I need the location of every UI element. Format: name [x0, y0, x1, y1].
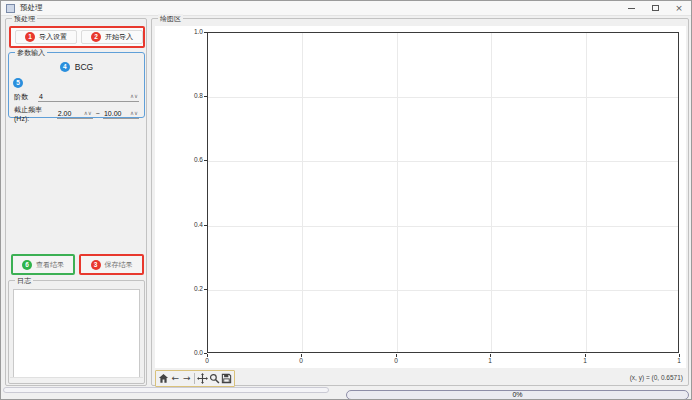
x-tick-label: 0: [386, 357, 406, 365]
save-results-button[interactable]: 3 保存结果: [79, 254, 144, 275]
order-value: 4: [39, 93, 130, 100]
step-badge-3: 3: [91, 260, 101, 270]
import-settings-button[interactable]: 1 导入设置: [15, 30, 77, 44]
signal-type-selector[interactable]: 4 BCG: [9, 62, 144, 72]
step-badge-5: 5: [13, 78, 23, 88]
params-group-label: 参数输入: [15, 48, 47, 57]
zoom-rect-icon[interactable]: [209, 372, 220, 385]
forward-icon[interactable]: →: [182, 372, 193, 385]
save-icon[interactable]: [221, 372, 232, 385]
y-tick-mark: [204, 225, 207, 226]
gridline: [302, 33, 303, 352]
import-settings-label: 导入设置: [39, 32, 67, 42]
log-group-label: 日志: [15, 276, 33, 285]
cutoff-high-spinbox[interactable]: 10.00 ∧∨: [103, 108, 139, 119]
y-tick-label: 0.8: [181, 92, 203, 100]
y-tick-label: 0.4: [181, 221, 203, 229]
log-horizontal-scrollbar[interactable]: [10, 377, 143, 382]
spinner-arrows-icon[interactable]: ∧∨: [130, 110, 138, 116]
gridline: [586, 33, 587, 352]
log-textarea[interactable]: [13, 289, 140, 378]
gridline: [208, 226, 678, 227]
step-badge-1: 1: [25, 32, 35, 42]
y-tick-mark: [204, 160, 207, 161]
title-bar: 预处理 ×: [1, 1, 691, 16]
step-badge-4: 4: [60, 62, 70, 72]
save-results-label: 保存结果: [105, 260, 133, 270]
x-tick-label: 1: [669, 357, 689, 365]
x-tick-label: 1: [480, 357, 500, 365]
signal-type-value: BCG: [75, 62, 93, 72]
log-group: 日志: [8, 280, 145, 384]
y-tick-label: 0.0: [181, 349, 203, 357]
back-icon[interactable]: ←: [170, 372, 181, 385]
minimize-icon: [628, 8, 635, 9]
start-import-label: 开始导入: [105, 32, 133, 42]
gridline: [397, 33, 398, 352]
y-tick-mark: [204, 289, 207, 290]
toolbar-separator: [194, 373, 195, 384]
home-icon[interactable]: [158, 372, 169, 385]
view-results-label: 查看结果: [36, 260, 64, 270]
step-badge-6: 6: [22, 260, 32, 270]
spinner-arrows-icon[interactable]: ∧∨: [130, 93, 138, 99]
y-tick-mark: [204, 32, 207, 33]
cutoff-separator: ~: [96, 110, 100, 117]
minimize-button[interactable]: [619, 1, 643, 16]
gridline: [491, 33, 492, 352]
preprocess-group: 预处理 1 导入设置 2 开始导入 参数输入 4 BCG 5 阶数 4: [5, 18, 147, 386]
plot-axes: [207, 32, 679, 353]
plot-group: 绘图区 1.0 0.8 0.6 0.4 0.2 0.0: [151, 18, 689, 386]
view-results-button[interactable]: 6 查看结果: [11, 254, 75, 275]
gridline: [208, 161, 678, 162]
maximize-button[interactable]: [643, 1, 667, 16]
progress-value: 0%: [512, 391, 522, 399]
app-icon: [6, 4, 15, 13]
pan-icon[interactable]: [197, 372, 208, 385]
progress-bar: 0%: [346, 390, 689, 400]
x-tick-label: 0: [197, 357, 217, 365]
order-row: 阶数 4 ∧∨: [14, 91, 139, 102]
x-tick-label: 1: [575, 357, 595, 365]
plot-toolbar: ← →: [155, 370, 235, 387]
y-tick-label: 1.0: [181, 28, 203, 36]
start-import-button[interactable]: 2 开始导入: [81, 30, 143, 44]
plot-canvas[interactable]: 1.0 0.8 0.6 0.4 0.2 0.0 0 0 0 1 1 1: [155, 26, 686, 368]
window-title: 预处理: [20, 3, 619, 13]
cutoff-high-value: 10.00: [104, 110, 130, 117]
close-button[interactable]: ×: [667, 1, 691, 16]
close-icon: ×: [675, 4, 683, 13]
order-label: 阶数: [14, 92, 28, 102]
cutoff-label: 截止频率(Hz):: [14, 105, 53, 122]
app-window: 预处理 × 预处理 1 导入设置 2 开始导入 参数输入 4 BCG 5: [0, 0, 692, 400]
import-highlight-frame: 1 导入设置 2 开始导入: [9, 26, 145, 48]
plot-group-label: 绘图区: [158, 14, 183, 23]
y-tick-mark: [204, 96, 207, 97]
params-group: 参数输入 4 BCG 5 阶数 4 ∧∨ 截止频率(Hz): 2.00 ∧∨: [8, 52, 145, 118]
x-tick-label: 0: [291, 357, 311, 365]
maximize-icon: [652, 5, 659, 11]
cutoff-low-spinbox[interactable]: 2.00 ∧∨: [57, 108, 93, 119]
gridline: [208, 97, 678, 98]
cutoff-low-value: 2.00: [58, 110, 84, 117]
gridline: [208, 290, 678, 291]
y-tick-label: 0.2: [181, 285, 203, 293]
y-tick-label: 0.6: [181, 156, 203, 164]
cutoff-row: 截止频率(Hz): 2.00 ∧∨ ~ 10.00 ∧∨: [14, 105, 139, 122]
step-badge-2: 2: [91, 32, 101, 42]
order-spinbox[interactable]: 4 ∧∨: [38, 91, 139, 102]
cursor-coordinates: (x, y) = (0, 0.6571): [630, 374, 683, 381]
preprocess-group-label: 预处理: [12, 14, 37, 23]
spinner-arrows-icon[interactable]: ∧∨: [84, 110, 92, 116]
status-frame: [3, 387, 329, 393]
